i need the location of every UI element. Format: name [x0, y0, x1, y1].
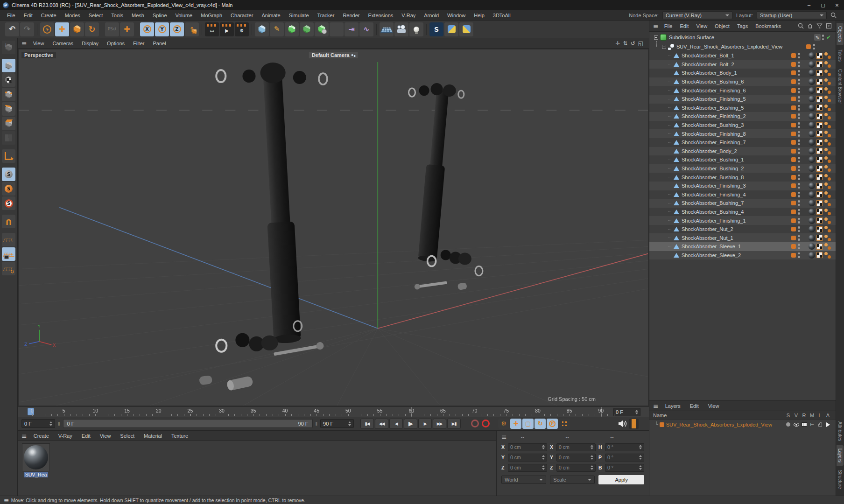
visibility-dots[interactable] — [798, 157, 800, 162]
material-tag-icon[interactable] — [809, 113, 815, 119]
layer-color-chip[interactable] — [791, 105, 796, 110]
goto-end-button[interactable]: ▶▮ — [447, 419, 461, 429]
menu-item[interactable]: Spline — [148, 11, 171, 20]
menu-item[interactable]: Character — [226, 11, 257, 20]
rotate-tool[interactable]: ↻ — [85, 22, 99, 36]
phong-tag-icon[interactable] — [824, 174, 831, 181]
left-separator[interactable] — [2, 55, 15, 58]
end-frame-field[interactable]: 90 F — [320, 419, 354, 428]
tree-row-object[interactable]: ShockAbsorber_Bushing_6 — [649, 77, 836, 86]
autokeying-button[interactable]: ⚙ — [498, 419, 509, 429]
material-tag-icon[interactable] — [809, 243, 815, 250]
uvw-tag-icon[interactable] — [816, 148, 823, 154]
uvw-tag-icon[interactable] — [816, 131, 823, 137]
sds-weight-tag[interactable]: ✎ — [814, 34, 821, 41]
zoom-view-icon[interactable]: ⇅ — [623, 40, 628, 47]
perspective-viewport[interactable]: Y X Z Perspective Default Camera Grid Sp… — [18, 49, 649, 406]
phong-tag-icon[interactable] — [824, 139, 831, 146]
layer-color-chip[interactable] — [791, 236, 796, 240]
material-menu-item[interactable]: Edit — [77, 432, 95, 440]
viewport-solo-off-button[interactable]: S — [2, 168, 15, 181]
layer-color-chip[interactable] — [791, 175, 796, 180]
tree-row-object[interactable]: ShockAbsorber_Finishing_3 — [649, 182, 836, 190]
coordinate-value-field[interactable]: 0 ° — [605, 454, 644, 462]
phong-tag-icon[interactable] — [824, 105, 831, 111]
lock-y-axis-button[interactable]: Y — [155, 22, 169, 36]
phong-tag-icon[interactable] — [824, 209, 831, 215]
make-editable-button[interactable] — [2, 41, 15, 54]
home-icon[interactable] — [807, 23, 813, 29]
layer-color-chip[interactable] — [791, 132, 796, 136]
material-tag-icon[interactable] — [809, 252, 815, 259]
keyframe-record-button[interactable] — [471, 420, 479, 427]
material-tag-icon[interactable] — [809, 87, 815, 94]
left-separator[interactable] — [2, 211, 15, 214]
visibility-dots[interactable] — [798, 62, 800, 67]
layer-color-chip[interactable] — [791, 114, 796, 119]
light-button[interactable] — [409, 22, 423, 36]
menu-item[interactable]: Select — [84, 11, 107, 20]
frame-spinner[interactable] — [49, 421, 52, 426]
layer-color-chip[interactable] — [791, 244, 796, 249]
viewport-menu-item[interactable]: Options — [103, 39, 129, 48]
menu-item[interactable]: MoGraph — [197, 11, 226, 20]
layer-color-chip[interactable] — [791, 97, 796, 101]
material-menu-item[interactable]: Select — [115, 432, 139, 440]
layer-color-chip[interactable] — [791, 218, 796, 223]
layer-color-chip[interactable] — [791, 70, 796, 75]
visibility-dots[interactable] — [798, 96, 800, 102]
phong-tag-icon[interactable] — [824, 200, 831, 206]
filter-icon[interactable] — [816, 23, 823, 29]
layers-menu-icon[interactable]: ≡ — [653, 403, 659, 409]
material-tag-icon[interactable] — [809, 78, 815, 85]
frame-spinner[interactable] — [348, 421, 351, 426]
material-menu-item[interactable]: View — [95, 432, 116, 440]
viewport-menu-item[interactable]: Filter — [129, 39, 148, 48]
uvw-tag-icon[interactable] — [816, 53, 823, 59]
lock-toggle-icon[interactable] — [818, 424, 822, 427]
phong-tag-icon[interactable] — [824, 217, 831, 224]
fields-button[interactable]: ∿ — [359, 22, 373, 36]
active-tool-move[interactable]: ✚ — [120, 22, 134, 36]
play-button[interactable]: ▶ — [404, 419, 417, 429]
tree-row-object[interactable]: ShockAbsorber_Sleeve_1 — [649, 242, 836, 251]
spline-pen-button[interactable]: ✎ — [270, 22, 284, 36]
uvw-tag-icon[interactable] — [816, 191, 823, 197]
tree-row-object[interactable]: ShockAbsorber_Finishing_8 — [649, 129, 836, 138]
uvw-tag-icon[interactable] — [816, 61, 823, 67]
visibility-dots[interactable] — [798, 252, 800, 258]
tree-row-object[interactable]: ShockAbsorber_Bushing_4 — [649, 208, 836, 217]
layer-row[interactable]: └ SUV_Rear_Shock_Absorbers_Exploded_View… — [649, 420, 836, 429]
menu-item[interactable]: Volume — [171, 11, 197, 20]
tree-row-object[interactable]: ShockAbsorber_Finishing_5 — [649, 95, 836, 104]
menu-item[interactable]: Render — [338, 11, 364, 20]
maximize-button[interactable]: ▢ — [816, 0, 830, 10]
tree-row-object[interactable]: ShockAbsorber_Bushing_1 — [649, 155, 836, 164]
material-tag-icon[interactable] — [809, 235, 815, 241]
move-tool[interactable]: ✚ — [55, 22, 69, 36]
phong-tag-icon[interactable] — [824, 78, 831, 85]
tree-row-object[interactable]: ShockAbsorber_Bolt_1 — [649, 51, 836, 60]
panel-tab[interactable]: Structure — [837, 467, 844, 492]
camera-label[interactable]: Default Camera — [309, 52, 358, 58]
range-grip[interactable]: ‖ — [315, 421, 319, 427]
phong-tag-icon[interactable] — [824, 235, 831, 241]
tree-row-object[interactable]: ShockAbsorber_Bushing_2 — [649, 164, 836, 173]
material-tag-icon[interactable] — [809, 165, 815, 172]
object-manager-menu-item[interactable]: Edit — [676, 22, 692, 30]
material-tag-icon[interactable] — [809, 148, 815, 154]
material-tag-icon[interactable] — [809, 226, 815, 232]
menu-item[interactable]: Help — [470, 11, 489, 20]
edge-mode-button[interactable] — [2, 102, 15, 116]
visibility-dots[interactable] — [798, 166, 800, 171]
uv-mode-button[interactable] — [2, 131, 15, 145]
python-button[interactable] — [444, 22, 458, 36]
value-spinner[interactable] — [542, 445, 545, 449]
coordinate-value-field[interactable]: 0 cm — [556, 454, 596, 462]
tree-row-object[interactable]: ShockAbsorber_Finishing_1 — [649, 216, 836, 225]
uvw-tag-icon[interactable] — [816, 252, 823, 258]
pan-view-icon[interactable]: ✛ — [615, 40, 620, 47]
key-scale-button[interactable]: ▢ — [522, 419, 534, 429]
toolbar-separator[interactable] — [35, 22, 39, 36]
material-menu-item[interactable]: Texture — [167, 432, 193, 440]
